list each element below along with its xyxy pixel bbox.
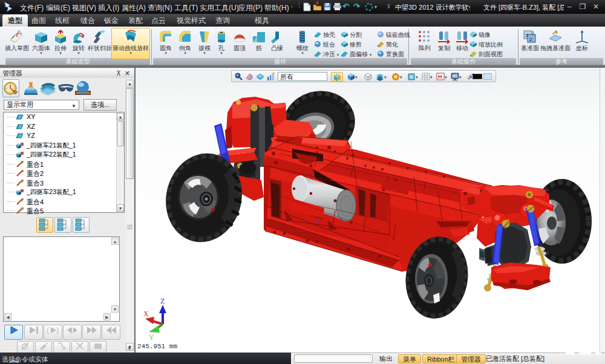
- svg-text:2: 2: [529, 37, 532, 42]
- svg-text:Z: Z: [160, 297, 165, 305]
- svg-text:|: |: [71, 327, 73, 334]
- svg-text:Y: Y: [149, 333, 154, 342]
- svg-text:): ): [56, 326, 59, 334]
- svg-text:1: 1: [532, 30, 535, 36]
- svg-text:(: (: [47, 326, 49, 334]
- svg-text:3: 3: [525, 33, 528, 38]
- svg-text:X: X: [143, 310, 149, 318]
